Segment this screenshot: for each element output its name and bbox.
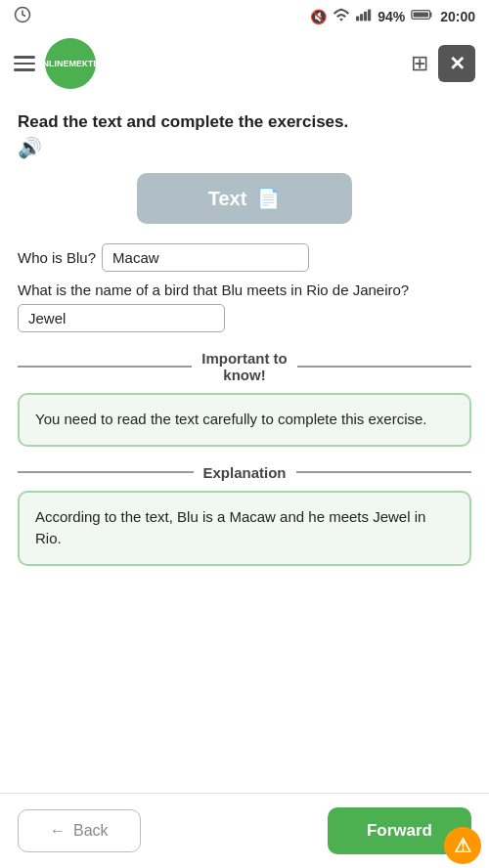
svg-rect-3 [364, 12, 367, 22]
svg-rect-2 [360, 14, 363, 21]
question-2-input[interactable] [18, 304, 225, 332]
battery-percent: 94% [378, 9, 405, 24]
hamburger-line-2 [14, 63, 35, 65]
status-right: 🔇 94% 20:00 [310, 8, 475, 24]
question-2-label: What is the name of a bird that Blu meet… [18, 282, 409, 298]
question-1-input[interactable] [102, 243, 309, 272]
forward-button[interactable]: Forward ⚠ [328, 807, 471, 854]
instruction-text: Read the text and complete the exercises… [18, 112, 471, 132]
bottom-nav: ← Back Forward ⚠ [0, 793, 489, 868]
important-box: You need to read the text carefully to c… [18, 393, 471, 447]
explanation-box: According to the text, Blu is a Macaw an… [18, 491, 471, 566]
hamburger-menu[interactable] [14, 56, 35, 71]
back-button[interactable]: ← Back [18, 809, 141, 852]
header-left: ONLINE МЕКТЕП [14, 38, 96, 89]
svg-rect-1 [356, 17, 359, 22]
time-display: 20:00 [440, 9, 475, 24]
important-content: You need to read the text carefully to c… [35, 411, 427, 427]
explanation-divider: Explanation [18, 464, 471, 481]
svg-rect-6 [414, 12, 428, 17]
status-bar: 🔇 94% 20:00 [0, 0, 489, 32]
back-arrow-icon: ← [50, 822, 66, 840]
mute-icon: 🔇 [310, 9, 327, 24]
back-label: Back [73, 822, 109, 840]
warning-badge: ⚠ [444, 827, 481, 864]
forward-label: Forward [367, 821, 432, 841]
text-button-label: Text [208, 188, 247, 210]
warning-icon: ⚠ [454, 834, 471, 857]
document-icon: 📄 [256, 187, 281, 210]
hamburger-line-1 [14, 56, 35, 59]
logo: ONLINE МЕКТЕП [45, 38, 96, 89]
question-1-label: Who is Blu? [18, 249, 96, 266]
header-right: ⊞ ✕ [411, 45, 475, 82]
audio-button[interactable]: 🔊 [18, 136, 471, 159]
question-1-row: Who is Blu? [18, 243, 471, 272]
question-2-row: What is the name of a bird that Blu meet… [18, 282, 471, 332]
divider-line-right [297, 366, 471, 368]
important-label: Important to know! [201, 350, 288, 383]
text-button[interactable]: Text 📄 [137, 173, 352, 224]
status-icon [14, 6, 31, 26]
divider-line-left [18, 366, 192, 368]
hamburger-line-3 [14, 68, 35, 71]
main-content: Read the text and complete the exercises… [0, 99, 489, 670]
battery-icon [411, 8, 434, 24]
close-button[interactable]: ✕ [438, 45, 475, 82]
explanation-content: According to the text, Blu is a Macaw an… [35, 508, 425, 547]
signal-bars [356, 8, 372, 24]
wifi-icon [333, 8, 350, 24]
explanation-label: Explanation [203, 464, 287, 481]
svg-rect-4 [368, 9, 371, 21]
explanation-divider-line-right [296, 471, 472, 473]
grid-icon[interactable]: ⊞ [411, 51, 428, 76]
status-left [14, 6, 31, 26]
important-divider: Important to know! [18, 350, 471, 383]
header: ONLINE МЕКТЕП ⊞ ✕ [0, 32, 489, 99]
explanation-divider-line-left [18, 471, 194, 473]
